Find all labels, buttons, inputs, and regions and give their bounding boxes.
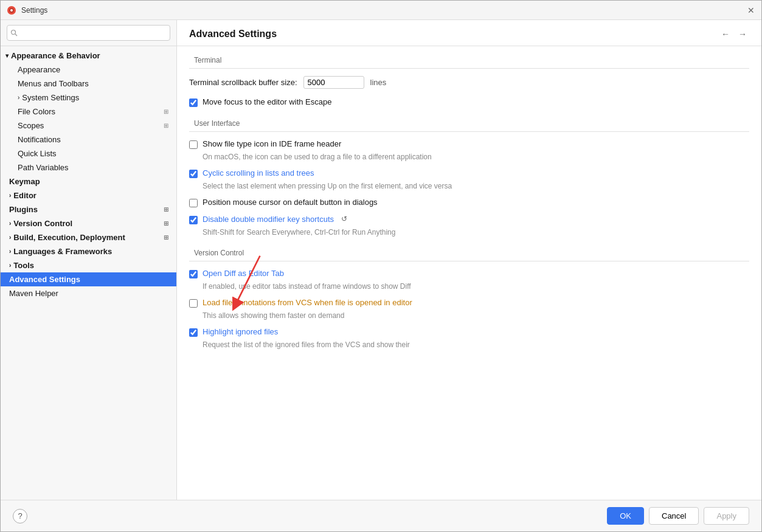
external-icon: ⊞ [162, 206, 170, 214]
sidebar-item-quick-lists[interactable]: Quick Lists [1, 147, 176, 161]
show-file-type-icon-desc: On macOS, the icon can be used to drag a… [203, 153, 749, 161]
move-focus-setting: Move focus to the editor with Escape [189, 97, 749, 107]
sidebar-item-system-settings[interactable]: › System Settings [1, 91, 176, 105]
position-cursor-row: Position mouse cursor on default button … [189, 198, 749, 207]
cyclic-scrolling-label: Cyclic scrolling in lists and trees [203, 168, 314, 178]
highlight-ignored-label: Highlight ignored files [203, 327, 278, 336]
show-file-type-icon-setting: Show file type icon in IDE frame header … [189, 139, 749, 161]
sidebar-item-label: Build, Execution, Deployment [13, 233, 125, 242]
sidebar-item-label: Plugins [9, 205, 38, 214]
sidebar-item-label: Version Control [13, 219, 72, 228]
content-area: Advanced Settings ← → Terminal Terminal … [177, 20, 761, 500]
open-diff-desc: If enabled, use editor tabs instead of f… [203, 282, 749, 291]
open-diff-setting: Open Diff as Editor Tab If enabled, use … [189, 269, 749, 291]
sidebar-item-label: Appearance [18, 65, 60, 74]
external-icon: ⊞ [162, 219, 170, 228]
settings-window: Settings ✕ ▾ Appearance & Behavior Appea… [0, 0, 762, 532]
sidebar-item-maven-helper[interactable]: Maven Helper [1, 286, 176, 300]
show-file-type-icon-checkbox[interactable] [189, 140, 198, 149]
scrollback-setting: Terminal scrollback buffer size: lines [189, 76, 749, 89]
sidebar-item-appearance[interactable]: Appearance [1, 63, 176, 77]
highlight-ignored-setting: Highlight ignored files Request the list… [189, 327, 749, 349]
position-cursor-checkbox[interactable] [189, 199, 198, 207]
show-file-type-icon-row: Show file type icon in IDE frame header [189, 139, 749, 149]
app-icon [7, 5, 16, 15]
disable-double-modifier-setting: Disable double modifier key shortcuts ↺ … [189, 215, 749, 237]
sidebar-item-advanced-settings[interactable]: Advanced Settings [1, 272, 176, 286]
load-annotations-row: Load file annotations from VCS when file… [189, 298, 749, 308]
position-cursor-setting: Position mouse cursor on default button … [189, 198, 749, 207]
page-title: Advanced Settings [189, 29, 719, 40]
chevron-right-icon: › [9, 234, 11, 241]
sidebar-item-label: Appearance & Behavior [11, 51, 100, 60]
version-control-section: Version Control Open Diff as Editor Tab … [189, 249, 749, 349]
bottom-actions: OK Cancel Apply [607, 507, 749, 525]
sidebar-item-label: Quick Lists [18, 149, 57, 158]
user-interface-section: User Interface Show file type icon in ID… [189, 119, 749, 237]
cancel-button[interactable]: Cancel [649, 507, 699, 525]
highlight-ignored-desc: Request the list of the ignored files fr… [203, 340, 749, 349]
sidebar-item-plugins[interactable]: Plugins ⊞ [1, 202, 176, 216]
move-focus-row: Move focus to the editor with Escape [189, 97, 749, 107]
chevron-right-icon: › [9, 248, 11, 255]
cyclic-scrolling-row: Cyclic scrolling in lists and trees [189, 168, 749, 178]
sidebar-item-file-colors[interactable]: File Colors ⊞ [1, 105, 176, 119]
cyclic-scrolling-checkbox[interactable] [189, 170, 198, 178]
sidebar-item-appearance-behavior[interactable]: ▾ Appearance & Behavior [1, 49, 176, 63]
content-body: Terminal Terminal scrollback buffer size… [177, 46, 761, 500]
move-focus-checkbox[interactable] [189, 98, 198, 107]
move-focus-label: Move focus to the editor with Escape [203, 97, 331, 106]
sidebar-item-path-variables[interactable]: Path Variables [1, 161, 176, 174]
sidebar-item-languages-frameworks[interactable]: › Languages & Frameworks [1, 244, 176, 258]
sidebar-item-editor[interactable]: › Editor [1, 188, 176, 202]
sidebar-item-label: Advanced Settings [9, 275, 80, 284]
disable-double-modifier-desc: Shift-Shift for Search Everywhere, Ctrl-… [203, 228, 749, 237]
load-annotations-desc: This allows showing them faster on deman… [203, 311, 749, 320]
sidebar-item-menus-toolbars[interactable]: Menus and Toolbars [1, 77, 176, 91]
reset-icon[interactable]: ↺ [341, 215, 347, 223]
disable-double-modifier-checkbox[interactable] [189, 216, 198, 224]
scrollback-unit: lines [370, 78, 387, 87]
load-annotations-checkbox[interactable] [189, 299, 198, 308]
scrollback-label: Terminal scrollback buffer size: [189, 78, 297, 87]
highlight-ignored-checkbox[interactable] [189, 328, 198, 337]
sidebar-item-label: Notifications [18, 135, 61, 144]
forward-button[interactable]: → [736, 27, 749, 41]
sidebar-item-label: File Colors [18, 107, 55, 116]
sidebar-item-label: Menus and Toolbars [18, 79, 89, 88]
window-title: Settings [21, 6, 747, 15]
title-bar: Settings ✕ [1, 1, 761, 20]
version-control-section-label: Version Control [189, 249, 749, 261]
ok-button[interactable]: OK [607, 507, 644, 525]
bottom-bar: ? OK Cancel Apply [1, 500, 761, 531]
sidebar-item-label: Maven Helper [9, 289, 58, 298]
content-wrapper: Advanced Settings ← → Terminal Terminal … [177, 20, 761, 500]
chevron-right-icon: › [9, 220, 11, 227]
help-button[interactable]: ? [13, 509, 27, 523]
back-button[interactable]: ← [719, 27, 732, 41]
apply-button[interactable]: Apply [704, 507, 749, 525]
svg-point-2 [10, 9, 13, 12]
main-content: ▾ Appearance & Behavior Appearance Menus… [1, 20, 761, 500]
sidebar-item-label: Keymap [9, 177, 40, 186]
sidebar-item-tools[interactable]: › Tools [1, 258, 176, 272]
sidebar-item-notifications[interactable]: Notifications [1, 133, 176, 147]
sidebar-item-build-execution-deployment[interactable]: › Build, Execution, Deployment ⊞ [1, 230, 176, 244]
external-icon: ⊞ [162, 233, 170, 242]
cyclic-scrolling-desc: Select the last element when pressing Up… [203, 182, 749, 190]
sidebar-item-version-control[interactable]: › Version Control ⊞ [1, 216, 176, 230]
nav-list: ▾ Appearance & Behavior Appearance Menus… [1, 46, 176, 500]
search-input[interactable] [7, 25, 170, 41]
external-icon: ⊞ [162, 108, 170, 116]
external-icon: ⊞ [162, 122, 170, 130]
sidebar-item-label: Path Variables [18, 163, 69, 172]
sidebar-item-scopes[interactable]: Scopes ⊞ [1, 119, 176, 133]
close-button[interactable]: ✕ [747, 6, 755, 15]
scrollback-input[interactable] [303, 76, 364, 89]
disable-double-modifier-row: Disable double modifier key shortcuts ↺ [189, 215, 749, 224]
open-diff-checkbox[interactable] [189, 270, 198, 278]
sidebar-item-label: System Settings [22, 93, 79, 102]
sidebar-item-keymap[interactable]: Keymap [1, 174, 176, 188]
chevron-down-icon: ▾ [5, 52, 9, 59]
sidebar-item-label: Languages & Frameworks [13, 247, 112, 256]
